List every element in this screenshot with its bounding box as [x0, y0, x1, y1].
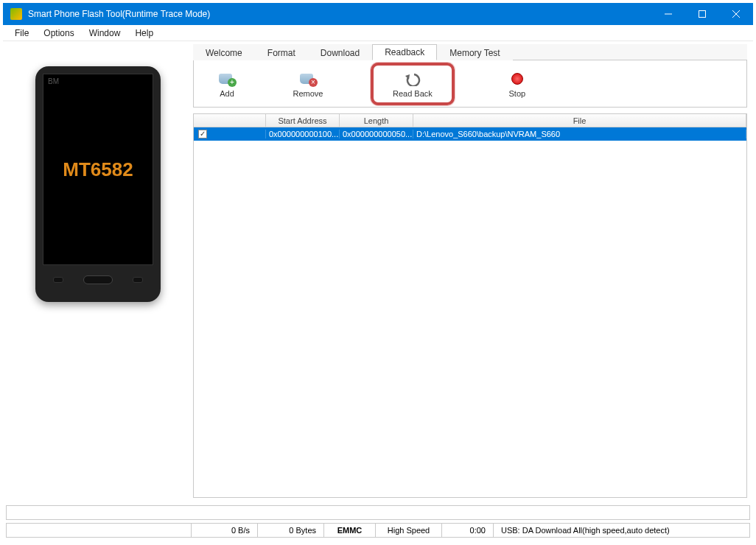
status-storage: EMMC	[323, 524, 375, 537]
menubar: File Options Window Help	[3, 25, 753, 41]
remove-button[interactable]: × Remove	[290, 70, 326, 98]
row-file: D:\Lenovo_S660\backup\NVRAM_S660	[413, 130, 746, 138]
col-file[interactable]: File	[413, 114, 746, 127]
table-row[interactable]: ✓ 0x000000000100... 0x000000000050... D:…	[194, 127, 746, 141]
menu-options[interactable]: Options	[36, 27, 81, 40]
device-preview-pane: BM MT6582	[6, 44, 190, 498]
add-label: Add	[220, 89, 234, 98]
row-checkbox-cell[interactable]: ✓	[194, 130, 266, 138]
close-button[interactable]	[719, 3, 753, 25]
minimize-button[interactable]	[651, 3, 685, 25]
tab-welcome[interactable]: Welcome	[193, 45, 255, 60]
phone-mockup: BM MT6582	[35, 66, 161, 302]
col-start-address[interactable]: Start Address	[266, 114, 340, 127]
tab-memory-test[interactable]: Memory Test	[437, 45, 512, 60]
stop-button[interactable]: Stop	[499, 70, 536, 98]
readback-label: Read Back	[393, 89, 433, 98]
close-icon	[732, 10, 740, 18]
maximize-icon	[699, 10, 706, 18]
table-header: Start Address Length File	[194, 114, 746, 127]
status-mode: High Speed	[375, 524, 441, 537]
phone-menu-key	[53, 277, 63, 283]
remove-icon: ×	[299, 70, 317, 88]
svg-rect-1	[699, 11, 706, 18]
add-icon: +	[218, 70, 236, 88]
status-usb: USB: DA Download All(high speed,auto det…	[493, 524, 749, 537]
status-speed: 0 B/s	[191, 524, 257, 537]
progress-bar	[6, 505, 750, 520]
status-time: 0:00	[441, 524, 493, 537]
readback-table: Start Address Length File ✓ 0x0000000001…	[193, 113, 747, 498]
phone-home-key	[83, 275, 113, 284]
add-button[interactable]: + Add	[209, 70, 245, 98]
status-bytes: 0 Bytes	[257, 524, 323, 537]
minimize-icon	[665, 10, 672, 18]
status-bar: 0 B/s 0 Bytes EMMC High Speed 0:00 USB: …	[6, 523, 750, 538]
phone-back-key	[133, 277, 143, 283]
col-length[interactable]: Length	[340, 114, 413, 127]
tab-readback[interactable]: Readback	[372, 44, 437, 60]
window-title: Smart Phone Flash Tool(Runtime Trace Mod…	[28, 9, 651, 19]
menu-help[interactable]: Help	[127, 27, 161, 40]
toolbar: + Add × Remove Read Back	[193, 60, 747, 108]
row-start-address: 0x000000000100...	[266, 130, 340, 138]
readback-icon	[404, 70, 421, 88]
stop-icon	[508, 70, 526, 88]
menu-file[interactable]: File	[7, 27, 36, 40]
titlebar: Smart Phone Flash Tool(Runtime Trace Mod…	[3, 3, 753, 25]
tab-format[interactable]: Format	[255, 45, 308, 60]
tab-bar: Welcome Format Download Readback Memory …	[193, 44, 747, 60]
phone-chip-label: MT6582	[63, 158, 133, 181]
remove-label: Remove	[293, 89, 323, 98]
stop-label: Stop	[508, 89, 525, 98]
phone-screen: BM MT6582	[43, 74, 153, 265]
maximize-button[interactable]	[685, 3, 719, 25]
row-checkbox[interactable]: ✓	[198, 130, 207, 138]
tab-download[interactable]: Download	[308, 45, 372, 60]
row-length: 0x000000000050...	[340, 130, 413, 138]
app-icon	[10, 8, 22, 20]
phone-brand-label: BM	[48, 77, 59, 85]
readback-button[interactable]: Read Back	[371, 63, 455, 105]
menu-window[interactable]: Window	[82, 27, 128, 40]
col-checkbox[interactable]	[194, 114, 266, 127]
